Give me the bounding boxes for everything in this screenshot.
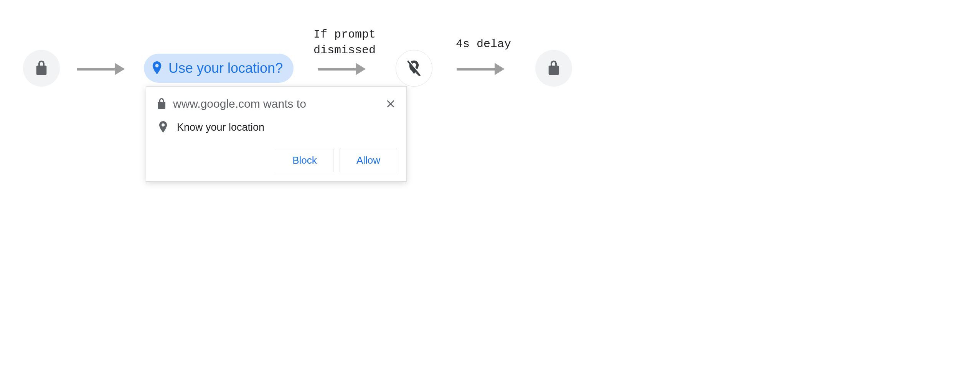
lock-icon	[35, 61, 48, 76]
permission-dialog: www.google.com wants to Know your locati…	[146, 86, 407, 182]
lock-state-icon-initial	[23, 50, 60, 87]
arrow-1	[77, 63, 125, 75]
chip-label: Use your location?	[168, 60, 283, 76]
location-blocked-state-icon	[396, 50, 432, 87]
allow-button[interactable]: Allow	[340, 149, 397, 172]
caption-delay: 4s delay	[456, 36, 511, 52]
location-off-icon	[406, 59, 422, 77]
location-pin-icon	[158, 121, 168, 133]
svg-point-0	[155, 64, 159, 67]
lock-state-icon-final	[535, 50, 572, 87]
lock-icon	[548, 61, 560, 76]
arrow-3	[457, 63, 505, 75]
lock-icon	[157, 98, 166, 110]
svg-point-1	[162, 123, 165, 126]
permission-row-label: Know your location	[177, 121, 264, 133]
arrow-2	[318, 63, 366, 75]
dialog-title: www.google.com wants to	[173, 97, 377, 110]
close-icon[interactable]	[384, 97, 397, 110]
location-prompt-chip[interactable]: Use your location?	[144, 54, 294, 83]
block-button[interactable]: Block	[276, 149, 333, 172]
location-pin-icon	[152, 61, 162, 75]
caption-dismissed: If prompt dismissed	[313, 27, 376, 58]
